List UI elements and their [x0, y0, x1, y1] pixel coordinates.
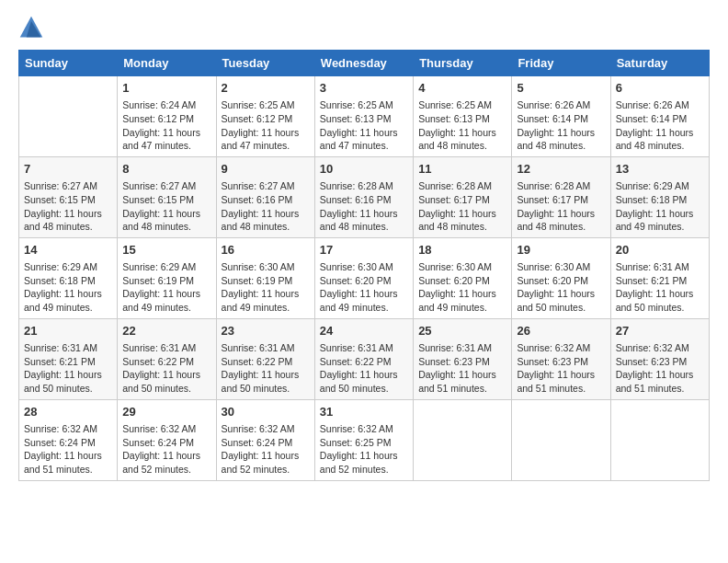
cell-info-line: Sunset: 6:23 PM [517, 356, 588, 367]
cell-info-line: Daylight: 11 hours and 49 minutes. [418, 288, 496, 313]
cell-info-line: Sunset: 6:24 PM [222, 437, 293, 448]
cell-info-line: Sunrise: 6:32 AM [517, 342, 590, 353]
day-number: 2 [222, 80, 310, 97]
cell-info-line: Daylight: 11 hours and 48 minutes. [320, 208, 398, 233]
empty-cell [512, 399, 610, 480]
cell-info-line: Sunset: 6:18 PM [616, 194, 688, 205]
cell-info-line: Daylight: 11 hours and 50 minutes. [616, 288, 694, 313]
logo-icon [18, 15, 44, 40]
calendar-day-cell: 3Sunrise: 6:25 AMSunset: 6:13 PMDaylight… [314, 76, 413, 157]
day-number: 13 [616, 161, 704, 178]
cell-info-line: Sunset: 6:15 PM [24, 194, 96, 205]
day-number: 17 [320, 242, 408, 259]
calendar-day-cell: 6Sunrise: 6:26 AMSunset: 6:14 PMDaylight… [610, 76, 709, 157]
calendar-day-cell: 16Sunrise: 6:30 AMSunset: 6:19 PMDayligh… [216, 237, 314, 318]
cell-info-line: Sunset: 6:19 PM [222, 275, 293, 286]
calendar-day-cell: 12Sunrise: 6:28 AMSunset: 6:17 PMDayligh… [512, 156, 610, 237]
calendar-day-cell: 17Sunrise: 6:30 AMSunset: 6:20 PMDayligh… [314, 237, 413, 318]
calendar-day-cell: 2Sunrise: 6:25 AMSunset: 6:12 PMDaylight… [216, 76, 314, 157]
page: SundayMondayTuesdayWednesdayThursdayFrid… [0, 0, 728, 563]
calendar-day-cell: 30Sunrise: 6:32 AMSunset: 6:24 PMDayligh… [216, 399, 314, 480]
calendar-week-row: 1Sunrise: 6:24 AMSunset: 6:12 PMDaylight… [19, 76, 710, 157]
day-number: 28 [24, 404, 112, 420]
cell-info-line: Daylight: 11 hours and 48 minutes. [418, 127, 496, 152]
cell-info-line: Daylight: 11 hours and 48 minutes. [517, 208, 595, 233]
header-day-saturday: Saturday [610, 51, 709, 76]
logo [18, 15, 48, 40]
header-day-tuesday: Tuesday [216, 51, 314, 76]
cell-info-line: Sunrise: 6:31 AM [222, 342, 295, 353]
cell-info-line: Daylight: 11 hours and 50 minutes. [122, 369, 200, 394]
cell-info-line: Daylight: 11 hours and 47 minutes. [320, 127, 398, 152]
header-day-thursday: Thursday [414, 51, 512, 76]
calendar-header-row: SundayMondayTuesdayWednesdayThursdayFrid… [19, 51, 710, 76]
calendar-week-row: 21Sunrise: 6:31 AMSunset: 6:21 PMDayligh… [19, 318, 710, 399]
day-number: 12 [517, 161, 605, 178]
day-number: 1 [122, 80, 210, 97]
cell-info-line: Sunset: 6:18 PM [24, 275, 96, 286]
calendar-day-cell: 18Sunrise: 6:30 AMSunset: 6:20 PMDayligh… [414, 237, 512, 318]
calendar-day-cell: 15Sunrise: 6:29 AMSunset: 6:19 PMDayligh… [118, 237, 216, 318]
cell-info-line: Sunrise: 6:27 AM [222, 180, 295, 191]
cell-info-line: Sunrise: 6:25 AM [418, 99, 492, 110]
calendar-day-cell: 13Sunrise: 6:29 AMSunset: 6:18 PMDayligh… [610, 156, 709, 237]
day-number: 14 [24, 242, 112, 259]
empty-cell [19, 76, 118, 157]
cell-info-line: Sunrise: 6:32 AM [616, 342, 689, 353]
cell-info-line: Sunrise: 6:31 AM [24, 342, 97, 353]
cell-info-line: Sunset: 6:12 PM [122, 113, 194, 124]
calendar-day-cell: 24Sunrise: 6:31 AMSunset: 6:22 PMDayligh… [314, 318, 413, 399]
cell-info-line: Sunset: 6:25 PM [320, 437, 392, 448]
cell-info-line: Sunset: 6:23 PM [418, 356, 490, 367]
cell-info-line: Daylight: 11 hours and 50 minutes. [320, 369, 398, 394]
cell-info-line: Daylight: 11 hours and 47 minutes. [222, 127, 300, 152]
cell-info-line: Sunrise: 6:32 AM [222, 423, 295, 434]
cell-info-line: Daylight: 11 hours and 52 minutes. [122, 450, 200, 475]
day-number: 23 [222, 323, 310, 339]
calendar-table: SundayMondayTuesdayWednesdayThursdayFrid… [18, 50, 710, 481]
day-number: 8 [122, 161, 210, 178]
header-day-wednesday: Wednesday [314, 51, 413, 76]
cell-info-line: Daylight: 11 hours and 49 minutes. [320, 288, 398, 313]
cell-info-line: Daylight: 11 hours and 48 minutes. [418, 208, 496, 233]
calendar-day-cell: 27Sunrise: 6:32 AMSunset: 6:23 PMDayligh… [610, 318, 709, 399]
cell-info-line: Sunset: 6:19 PM [122, 275, 194, 286]
calendar-day-cell: 5Sunrise: 6:26 AMSunset: 6:14 PMDaylight… [512, 76, 610, 157]
header [18, 15, 710, 40]
cell-info-line: Daylight: 11 hours and 48 minutes. [517, 127, 595, 152]
calendar-day-cell: 10Sunrise: 6:28 AMSunset: 6:16 PMDayligh… [314, 156, 413, 237]
calendar-week-row: 7Sunrise: 6:27 AMSunset: 6:15 PMDaylight… [19, 156, 710, 237]
cell-info-line: Daylight: 11 hours and 48 minutes. [24, 208, 102, 233]
cell-info-line: Sunset: 6:12 PM [222, 113, 293, 124]
cell-info-line: Sunset: 6:23 PM [616, 356, 688, 367]
day-number: 15 [122, 242, 210, 259]
day-number: 29 [122, 404, 210, 420]
calendar-day-cell: 31Sunrise: 6:32 AMSunset: 6:25 PMDayligh… [314, 399, 413, 480]
calendar-day-cell: 19Sunrise: 6:30 AMSunset: 6:20 PMDayligh… [512, 237, 610, 318]
calendar-day-cell: 20Sunrise: 6:31 AMSunset: 6:21 PMDayligh… [610, 237, 709, 318]
cell-info-line: Sunrise: 6:32 AM [320, 423, 393, 434]
calendar-day-cell: 1Sunrise: 6:24 AMSunset: 6:12 PMDaylight… [118, 76, 216, 157]
cell-info-line: Sunset: 6:13 PM [320, 113, 392, 124]
calendar-day-cell: 25Sunrise: 6:31 AMSunset: 6:23 PMDayligh… [414, 318, 512, 399]
cell-info-line: Daylight: 11 hours and 51 minutes. [418, 369, 496, 394]
day-number: 4 [418, 80, 506, 97]
cell-info-line: Sunset: 6:17 PM [418, 194, 490, 205]
calendar-day-cell: 8Sunrise: 6:27 AMSunset: 6:15 PMDaylight… [118, 156, 216, 237]
day-number: 9 [222, 161, 310, 178]
calendar-week-row: 14Sunrise: 6:29 AMSunset: 6:18 PMDayligh… [19, 237, 710, 318]
empty-cell [610, 399, 709, 480]
cell-info-line: Daylight: 11 hours and 49 minutes. [616, 208, 694, 233]
cell-info-line: Daylight: 11 hours and 49 minutes. [122, 288, 200, 313]
cell-info-line: Sunset: 6:13 PM [418, 113, 490, 124]
cell-info-line: Sunrise: 6:27 AM [122, 180, 196, 191]
cell-info-line: Daylight: 11 hours and 49 minutes. [24, 288, 102, 313]
cell-info-line: Sunset: 6:20 PM [418, 275, 490, 286]
cell-info-line: Daylight: 11 hours and 51 minutes. [616, 369, 694, 394]
cell-info-line: Sunset: 6:21 PM [24, 356, 96, 367]
cell-info-line: Sunset: 6:17 PM [517, 194, 588, 205]
header-day-sunday: Sunday [19, 51, 118, 76]
cell-info-line: Sunset: 6:14 PM [517, 113, 588, 124]
cell-info-line: Sunrise: 6:28 AM [320, 180, 393, 191]
cell-info-line: Sunrise: 6:25 AM [320, 99, 393, 110]
